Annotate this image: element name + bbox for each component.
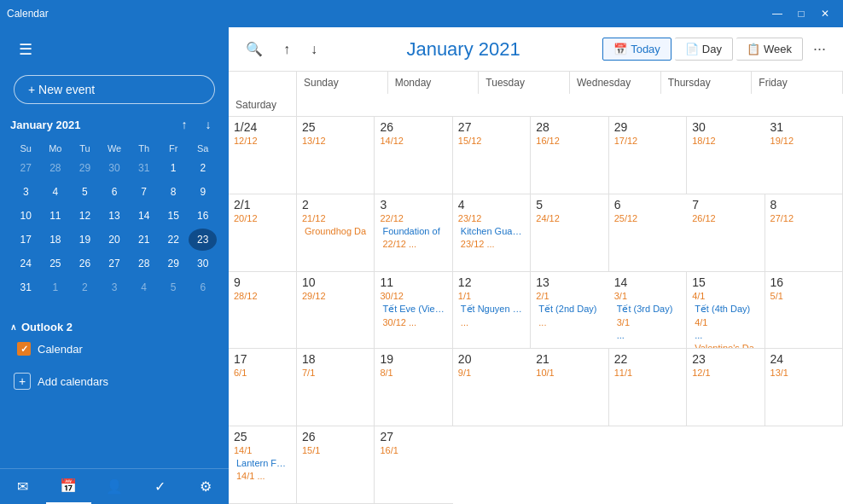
mini-cal-day[interactable]: 28 (42, 157, 70, 179)
mini-cal-day[interactable]: 25 (42, 252, 70, 275)
cell-event[interactable]: Tết (3rd Day) (614, 303, 681, 316)
calendar-cell[interactable]: 132/1Tết (2nd Day)... (531, 272, 608, 350)
mini-cal-day[interactable]: 4 (42, 181, 70, 203)
mini-cal-day[interactable]: 27 (12, 157, 40, 179)
mini-cal-day[interactable]: 12 (71, 205, 99, 227)
day-button[interactable]: 📄 Day (675, 38, 733, 61)
mini-cal-day[interactable]: 21 (130, 229, 158, 251)
mini-cal-day[interactable]: 1 (160, 157, 188, 179)
calendar-cell[interactable]: 198/1 (375, 349, 452, 426)
calendar-cell[interactable]: 154/1Tết (4th Day)4/1...Valentine's Da (687, 272, 765, 350)
mini-cal-day[interactable]: 5 (160, 276, 188, 298)
mini-cal-day[interactable]: 26 (71, 252, 99, 275)
calendar-cell[interactable]: 2513/12 (297, 117, 375, 194)
calendar-cell[interactable]: 2816/12 (531, 117, 608, 194)
mini-cal-day[interactable]: 30 (101, 157, 129, 179)
cell-event[interactable]: Valentine's Da (692, 342, 759, 350)
mini-cal-day[interactable]: 30 (189, 252, 217, 275)
mini-cal-day[interactable]: 8 (160, 181, 188, 203)
more-views-button[interactable]: ··· (806, 37, 833, 61)
calendar-cell[interactable]: 2716/1 (375, 426, 452, 504)
mini-cal-day[interactable]: 5 (71, 181, 99, 203)
cell-event[interactable]: Groundhog Da (302, 225, 369, 237)
cell-event[interactable]: Tết (4th Day) (692, 303, 759, 316)
calendar-cell[interactable]: 1130/12Tết Eve (Vietna30/12 ... (375, 272, 452, 350)
mini-cal-day[interactable]: 24 (12, 252, 40, 275)
mini-cal-day[interactable]: 31 (12, 276, 40, 298)
mini-cal-day[interactable]: 11 (42, 205, 70, 227)
today-button[interactable]: 📅 Today (602, 38, 671, 61)
nav-settings-button[interactable]: ⚙ (183, 469, 229, 504)
cell-event[interactable]: Tết Eve (Vietna (380, 303, 446, 316)
calendar-checkbox[interactable] (17, 342, 31, 356)
mini-cal-day[interactable]: 14 (130, 205, 158, 227)
calendar-cell[interactable]: 209/1 (453, 349, 531, 426)
cell-event[interactable]: Tết (2nd Day) (536, 303, 603, 316)
calendar-item-calendar[interactable]: Calendar (10, 337, 218, 361)
calendar-cell[interactable]: 2413/1 (765, 349, 843, 426)
mini-cal-day[interactable]: 27 (101, 252, 129, 275)
cell-event[interactable]: 14/1 ... (234, 470, 291, 482)
mini-cal-prev-button[interactable]: ↑ (174, 114, 195, 135)
mini-cal-day[interactable]: 1 (42, 276, 70, 298)
mini-cal-day[interactable]: 29 (160, 252, 188, 275)
mini-cal-day[interactable]: 3 (12, 181, 40, 203)
cell-event[interactable]: 30/12 ... (380, 316, 446, 328)
mini-cal-day[interactable]: 6 (101, 181, 129, 203)
cell-event[interactable]: 22/12 ... (380, 238, 446, 250)
calendar-cell[interactable]: 928/12 (229, 272, 297, 350)
add-calendars-button[interactable]: + Add calendars (3, 368, 225, 395)
calendar-cell[interactable]: 121/1Tết Nguyen Da... (453, 272, 531, 350)
calendar-cell[interactable]: 2312/1 (687, 349, 765, 426)
mini-cal-day[interactable]: 6 (189, 276, 217, 298)
mini-cal-day[interactable]: 9 (189, 181, 217, 203)
mini-cal-day[interactable]: 28 (130, 252, 158, 275)
mini-cal-day[interactable]: 22 (160, 229, 188, 251)
mini-cal-next-button[interactable]: ↓ (198, 114, 218, 135)
nav-mail-button[interactable]: ✉ (0, 469, 46, 504)
calendar-cell[interactable]: 3018/12 (687, 117, 765, 194)
close-button[interactable]: ✕ (814, 3, 836, 25)
calendar-cell[interactable]: 2211/1 (609, 349, 687, 426)
calendar-cell[interactable]: 625/12 (609, 194, 687, 272)
new-event-button[interactable]: + New event (14, 75, 215, 104)
mini-cal-day[interactable]: 15 (160, 205, 188, 227)
mini-cal-day[interactable]: 18 (42, 229, 70, 251)
calendar-cell[interactable]: 165/1 (765, 272, 843, 350)
cell-event[interactable]: Lantern Festiva (234, 457, 291, 469)
calendar-cell[interactable]: 524/12 (531, 194, 608, 272)
cell-event[interactable]: 4/1 (692, 316, 759, 328)
mini-cal-day[interactable]: 2 (71, 276, 99, 298)
cell-event[interactable]: ... (692, 329, 759, 341)
cell-event[interactable]: ... (458, 316, 525, 328)
restore-button[interactable]: □ (790, 3, 812, 25)
mini-cal-day[interactable]: 7 (130, 181, 158, 203)
calendar-cell[interactable]: 322/12Foundation of22/12 ... (375, 194, 452, 272)
cell-event[interactable]: Tết Nguyen Da (458, 303, 525, 316)
mini-cal-day[interactable]: 16 (189, 205, 217, 227)
mini-cal-day[interactable]: 29 (71, 157, 99, 179)
mini-cal-day[interactable]: 4 (130, 276, 158, 298)
prev-button[interactable]: ↑ (276, 38, 297, 61)
calendar-cell[interactable]: 2715/12 (453, 117, 531, 194)
mini-cal-day[interactable]: 10 (12, 205, 40, 227)
mini-cal-day[interactable]: 2 (189, 157, 217, 179)
calendar-cell[interactable]: 2917/12 (609, 117, 687, 194)
week-button[interactable]: 📋 Week (736, 38, 803, 61)
calendar-cell[interactable]: 221/12Groundhog Da (297, 194, 375, 272)
mini-cal-day[interactable]: 31 (130, 157, 158, 179)
mini-cal-day[interactable]: 17 (12, 229, 40, 251)
cell-event[interactable]: Foundation of (380, 225, 446, 237)
mini-cal-day[interactable]: 23 (189, 229, 217, 251)
next-button[interactable]: ↓ (304, 38, 324, 61)
cell-event[interactable]: ... (614, 329, 681, 341)
mini-cal-day[interactable]: 13 (101, 205, 129, 227)
cell-event[interactable]: 3/1 (614, 316, 681, 328)
calendar-cell[interactable]: 2615/1 (297, 426, 375, 504)
mini-cal-day[interactable]: 20 (101, 229, 129, 251)
search-button[interactable]: 🔍 (239, 38, 270, 61)
mini-cal-day[interactable]: 3 (101, 276, 129, 298)
calendar-cell[interactable]: 827/12 (765, 194, 843, 272)
mini-cal-day[interactable]: 19 (71, 229, 99, 251)
nav-tasks-button[interactable]: ✓ (137, 469, 183, 504)
